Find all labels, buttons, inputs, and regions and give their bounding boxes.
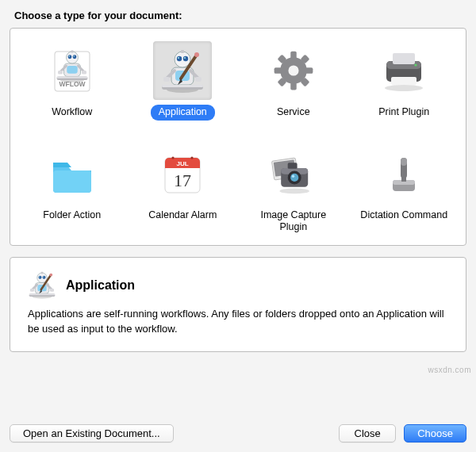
description-title: Application: [66, 277, 135, 293]
choose-button[interactable]: Choose: [404, 424, 466, 442]
calendar-day: 17: [174, 170, 191, 190]
microphone-icon: [374, 144, 433, 203]
type-label: Service: [269, 105, 318, 121]
folder-icon: [43, 144, 102, 203]
type-label: Folder Action: [35, 208, 109, 224]
type-description-box: Application Applications are self-runnin…: [10, 257, 466, 352]
type-label: Application: [151, 105, 215, 121]
application-icon: [26, 269, 58, 301]
service-icon: [264, 41, 323, 100]
type-label: Dictation Command: [352, 208, 455, 224]
description-text: Applications are self-running workflows.…: [26, 307, 450, 337]
calendar-icon: JUL 17: [153, 144, 212, 203]
type-label: Print Plugin: [370, 105, 437, 121]
printer-icon: [374, 41, 433, 100]
type-grid: WFLOW Workflow Application Service: [20, 41, 456, 236]
watermark-text: wsxdn.com: [428, 366, 471, 374]
type-item-image-capture[interactable]: Image Capture Plugin: [242, 144, 345, 236]
choose-document-type-dialog: Choose a type for your document: WFLOW W…: [0, 0, 476, 452]
type-item-print-plugin[interactable]: Print Plugin: [352, 41, 455, 121]
open-existing-document-button[interactable]: Open an Existing Document...: [10, 424, 174, 442]
dialog-prompt: Choose a type for your document:: [14, 10, 466, 21]
type-item-application[interactable]: Application: [131, 41, 234, 121]
calendar-month: JUL: [177, 160, 189, 167]
type-item-workflow[interactable]: WFLOW Workflow: [21, 41, 124, 121]
dialog-button-bar: Open an Existing Document... Close Choos…: [10, 413, 466, 442]
type-item-folder-action[interactable]: Folder Action: [21, 144, 124, 236]
type-grid-container: WFLOW Workflow Application Service: [10, 28, 466, 246]
camera-icon: [264, 144, 323, 203]
type-label: Image Capture Plugin: [242, 208, 345, 236]
svg-point-48: [172, 156, 175, 159]
type-item-dictation[interactable]: Dictation Command: [352, 144, 455, 236]
close-button[interactable]: Close: [339, 424, 396, 442]
type-item-calendar-alarm[interactable]: JUL 17 Calendar Alarm: [131, 144, 234, 236]
type-label: Calendar Alarm: [140, 208, 225, 224]
type-item-service[interactable]: Service: [242, 41, 345, 121]
application-icon: [153, 41, 212, 100]
svg-point-49: [191, 156, 194, 159]
type-label: Workflow: [44, 105, 100, 121]
workflow-icon: WFLOW: [43, 41, 102, 100]
svg-text:WFLOW: WFLOW: [59, 80, 86, 88]
